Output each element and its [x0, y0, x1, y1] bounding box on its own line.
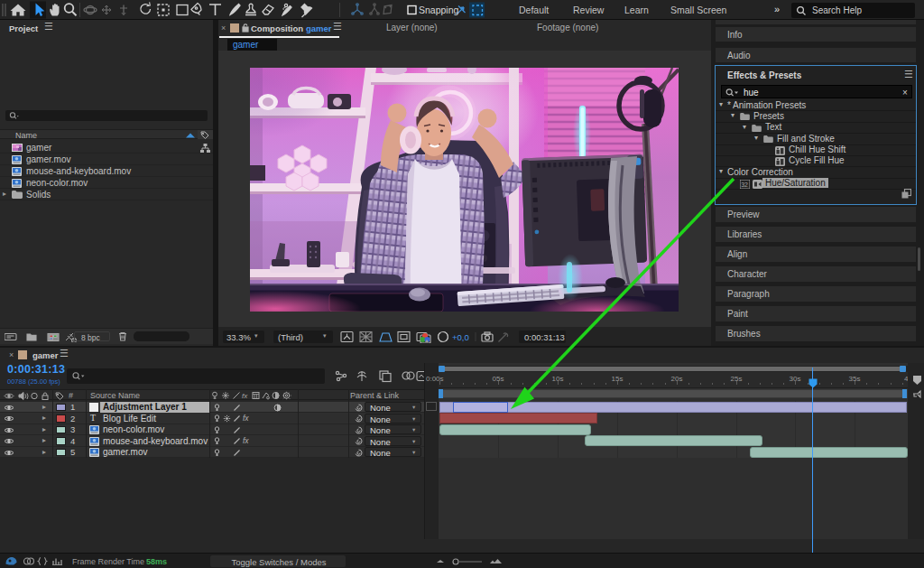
svg-text:+0,0: +0,0 — [452, 332, 469, 342]
svg-text:fx: fx — [242, 392, 248, 400]
svg-text:32: 32 — [741, 182, 748, 188]
